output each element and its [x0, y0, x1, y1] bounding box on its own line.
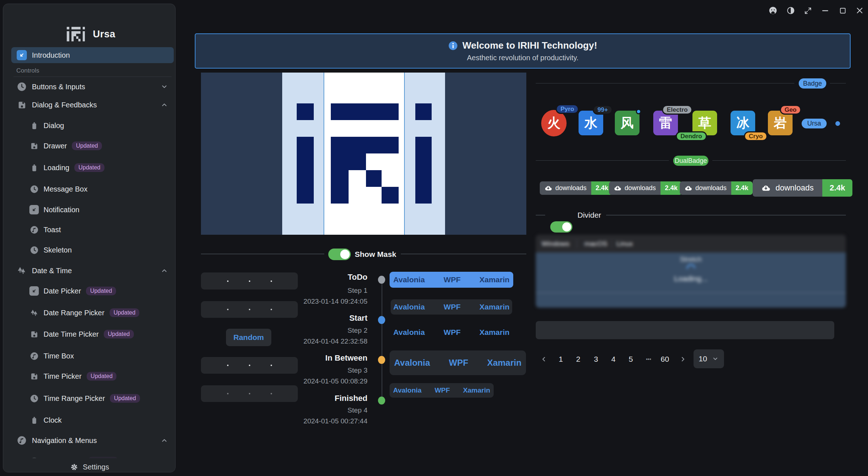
- sidebar-item-date-picker[interactable]: Date Picker Updated: [11, 283, 174, 299]
- xamarin-button[interactable]: Xamarin: [478, 358, 531, 368]
- sidebar-item-introduction[interactable]: Introduction: [11, 47, 174, 63]
- badge-electro: Electro: [662, 105, 692, 115]
- chevron-up-icon: [161, 437, 168, 444]
- wpf-button[interactable]: WPF: [434, 328, 470, 337]
- sidebar-item-buttons-inputs[interactable]: Buttons & Inputs: [11, 79, 174, 95]
- button-group-large: Avalonia WPF Xamarin: [390, 350, 526, 375]
- stretch-label: Stretch: [536, 255, 846, 263]
- updated-badge: Updated: [104, 330, 134, 338]
- banner-title: Welcome to IRIHI Technology!: [462, 40, 597, 51]
- settings-button[interactable]: Settings: [4, 458, 176, 472]
- wpf-button[interactable]: WPF: [434, 275, 470, 284]
- battery-icon: [29, 121, 39, 130]
- avalonia-button[interactable]: Avalonia: [384, 303, 434, 311]
- pagination-next-button[interactable]: [678, 351, 688, 368]
- fullscreen-button[interactable]: [803, 6, 813, 15]
- sidebar-item-toast[interactable]: Toast: [11, 222, 174, 238]
- element-tile-geo: 岩 Geo: [768, 111, 793, 135]
- step-time: 2023-01-14 09:24:05: [280, 298, 367, 305]
- avalonia-button[interactable]: Avalonia: [384, 275, 434, 284]
- divider-line: [536, 83, 794, 83]
- sidebar-item-navigation-menus[interactable]: Navigation & Menus: [11, 432, 174, 448]
- app-window: Ursa Introduction Controls Buttons & Inp…: [0, 0, 868, 476]
- pagination-page-4[interactable]: 4: [608, 351, 619, 368]
- pagination-page-2[interactable]: 2: [572, 351, 584, 368]
- pagination-ellipsis[interactable]: •••: [641, 351, 656, 368]
- pagination-page-1[interactable]: 1: [555, 351, 567, 368]
- updated-badge: Updated: [110, 394, 140, 403]
- divider-line: [201, 254, 324, 254]
- close-icon: [855, 6, 864, 15]
- badge-dot: [636, 109, 641, 114]
- music-note-icon: [29, 351, 39, 361]
- tab-windows[interactable]: Windows: [536, 235, 569, 252]
- element-tile-hydro: 水 99+: [579, 111, 603, 135]
- maximize-square-icon: [839, 7, 847, 15]
- pagination-page-60[interactable]: 60: [657, 351, 672, 368]
- wpf-button[interactable]: WPF: [434, 303, 470, 311]
- github-button[interactable]: [768, 6, 778, 15]
- downloads-badge: downloads 2.4k: [609, 181, 682, 195]
- sidebar-item-dialog[interactable]: Dialog: [11, 118, 174, 134]
- xamarin-button[interactable]: Xamarin: [456, 386, 497, 394]
- wpf-button[interactable]: WPF: [428, 386, 456, 394]
- divider-toggle[interactable]: [550, 221, 572, 233]
- irihi-logo-panel: [201, 73, 526, 235]
- chevron-down-icon: [161, 83, 168, 90]
- pagination-page-3[interactable]: 3: [590, 351, 602, 368]
- sidebar-item-clock[interactable]: Clock: [11, 412, 174, 428]
- avalonia-button[interactable]: Avalonia: [384, 358, 439, 368]
- page-size-select[interactable]: 10: [694, 349, 724, 368]
- sidebar-item-skeleton[interactable]: Skeleton: [11, 242, 174, 258]
- pagination-page-5[interactable]: 5: [625, 351, 637, 368]
- sidebar-item-dialog-feedbacks[interactable]: Dialog & Feedbacks: [11, 97, 174, 113]
- button-group-solid: Avalonia WPF Xamarin: [390, 272, 513, 288]
- divider-line: [536, 160, 669, 161]
- step-name: Start: [295, 313, 367, 323]
- minimize-button[interactable]: [820, 6, 830, 15]
- sidebar-item-notification[interactable]: Notification: [11, 202, 174, 218]
- button-group-dark: Avalonia WPF Xamarin: [391, 299, 512, 315]
- cloud-download-icon: [761, 184, 770, 193]
- element-tile-dendro: 草 Dendro: [692, 111, 717, 135]
- step-time: 2024-01-05 00:27:44: [280, 417, 367, 425]
- show-mask-toggle[interactable]: [328, 249, 351, 260]
- tab-macos[interactable]: macOS: [584, 235, 607, 252]
- sidebar-item-time-picker[interactable]: Time Picker Updated: [11, 368, 174, 384]
- step-label: Step 2: [280, 327, 367, 335]
- minus-icon: [821, 6, 830, 15]
- sidebar-item-message-box[interactable]: Message Box: [11, 181, 174, 197]
- cloud-download-icon: [614, 184, 621, 192]
- maximize-button[interactable]: [838, 6, 847, 15]
- close-button[interactable]: [855, 6, 864, 15]
- sidebar-item-loading[interactable]: Loading Updated: [11, 160, 174, 176]
- step-name: Finished: [295, 394, 367, 403]
- step-name: ToDo: [295, 272, 367, 282]
- sidebar-item-time-box[interactable]: Time Box: [11, 348, 174, 364]
- sidebar-item-date-time[interactable]: Date & Time: [11, 263, 174, 279]
- clock-icon: [29, 245, 39, 255]
- chevron-up-icon: [161, 267, 168, 274]
- info-icon: [448, 41, 458, 50]
- random-button[interactable]: Random: [226, 329, 271, 346]
- chevron-up-icon: [161, 101, 168, 108]
- empty-text-input[interactable]: [536, 321, 834, 339]
- pagination-prev-button[interactable]: [538, 351, 549, 368]
- divider-line: [401, 254, 526, 254]
- avalonia-button[interactable]: Avalonia: [387, 386, 428, 394]
- wpf-button[interactable]: WPF: [440, 358, 478, 368]
- floppy-icon: [29, 141, 39, 151]
- xamarin-button[interactable]: Xamarin: [470, 303, 519, 311]
- tab-linux[interactable]: Linux: [616, 235, 633, 252]
- sidebar-item-drawer[interactable]: Drawer Updated: [11, 138, 174, 154]
- sidebar-item-time-range-picker[interactable]: Time Range Picker Updated: [11, 390, 174, 406]
- sidebar-item-date-range-picker[interactable]: Date Range Picker Updated: [11, 305, 174, 321]
- avalonia-button[interactable]: Avalonia: [384, 328, 434, 337]
- floppy-icon: [29, 329, 39, 339]
- xamarin-button[interactable]: Xamarin: [470, 328, 519, 337]
- gear-icon: [70, 463, 78, 471]
- xamarin-button[interactable]: Xamarin: [470, 275, 519, 284]
- theme-toggle-button[interactable]: [786, 6, 795, 15]
- sidebar-item-date-time-picker[interactable]: Date Time Picker Updated: [11, 326, 174, 342]
- cloud-download-icon: [684, 184, 692, 192]
